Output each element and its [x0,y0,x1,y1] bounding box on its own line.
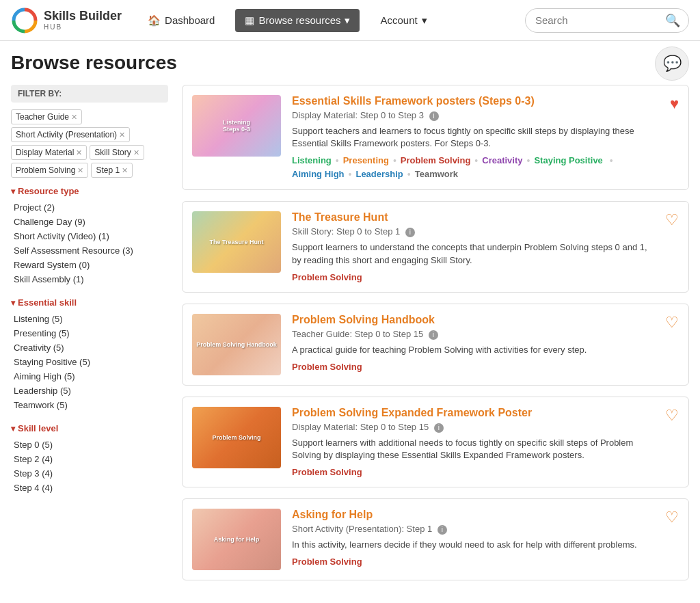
thumb-label: Problem Solving [209,431,263,444]
thumb-label: Problem Solving Handbook [193,338,280,351]
info-icon[interactable]: i [438,525,447,535]
resource-type-section-title[interactable]: Resource type [11,186,168,196]
main-content: ListeningSteps 0-3 Essential Skills Fram… [182,85,689,591]
card-description: Support learners with additional needs t… [292,437,654,461]
card-thumbnail: Asking for Help [192,509,281,570]
resource-card: The Treasure Hunt The Treasure Hunt Skil… [182,201,689,292]
card-body: The Treasure Hunt Skill Story: Step 0 to… [292,211,654,282]
card-meta: Display Material: Step 0 to Step 3 i [292,110,659,121]
card-description: Support learners to understand the conce… [292,241,654,266]
dashboard-nav-button[interactable]: 🏠 Dashboard [138,9,224,32]
grid-icon: ▦ [245,14,254,27]
card-body: Asking for Help Short Activity (Presenta… [292,509,654,567]
sidebar-section-essential-skill: Essential skill Listening (5) Presenting… [11,297,168,412]
favorite-button[interactable]: ♡ [665,211,679,229]
tag-problem-solving[interactable]: Problem Solving [292,272,362,282]
logo-text: Skills Builder HUB [44,10,122,31]
card-title[interactable]: Problem Solving Expanded Framework Poste… [292,407,654,419]
favorite-button[interactable]: ♡ [665,314,679,332]
card-title[interactable]: Asking for Help [292,509,654,521]
tag-aiming-high[interactable]: Aiming High [292,169,345,180]
card-thumbnail: Problem Solving Handbook [192,314,281,375]
sidebar-item-step4[interactable]: Step 4 (4) [11,481,168,495]
info-icon[interactable]: i [405,228,415,237]
card-description: In this activity, learners decide if the… [292,539,654,551]
remove-filter-display-material[interactable]: ✕ [76,148,82,157]
logo-icon [11,7,38,34]
sidebar-item-self-assessment[interactable]: Self Assessment Resource (3) [11,243,168,258]
favorite-button[interactable]: ♥ [670,95,679,113]
sidebar-item-presenting[interactable]: Presenting (5) [11,326,168,340]
search-input[interactable] [535,14,665,26]
chat-button[interactable]: 💬 [655,46,689,81]
tag-creativity[interactable]: Creativity [482,155,522,166]
header: Skills Builder HUB 🏠 Dashboard ▦ Browse … [0,0,700,41]
favorite-button[interactable]: ♡ [665,509,679,526]
remove-filter-problem-solving[interactable]: ✕ [77,166,83,175]
logo-title: Skills Builder [44,10,122,23]
tag-problem-solving[interactable]: Problem Solving [292,557,362,567]
card-meta: Short Activity (Presentation): Step 1 i [292,524,654,535]
favorite-button[interactable]: ♡ [665,407,679,425]
filter-tag: Short Activity (Presentation) ✕ [11,127,130,142]
card-title[interactable]: Problem Solving Handbook [292,314,654,326]
sidebar-item-staying-positive[interactable]: Staying Positive (5) [11,355,168,369]
search-button[interactable]: 🔍 [665,13,680,28]
sidebar-section-resource-type: Resource type Project (2) Challenge Day … [11,186,168,286]
tag-problem-solving[interactable]: Problem Solving [292,362,362,372]
sidebar-item-step2[interactable]: Step 2 (4) [11,452,168,466]
info-icon[interactable]: i [429,111,439,121]
page-container: FILTER BY: Teacher Guide ✕ Short Activit… [0,74,700,602]
sidebar-item-listening[interactable]: Listening (5) [11,312,168,326]
sidebar-item-reward-system[interactable]: Reward System (0) [11,258,168,272]
essential-skill-section-title[interactable]: Essential skill [11,297,168,308]
search-area[interactable]: 🔍 [525,8,689,33]
sidebar-item-aiming-high[interactable]: Aiming High (5) [11,369,168,384]
thumb-label: Asking for Help [211,533,262,546]
info-icon[interactable]: i [429,330,438,340]
remove-filter-short-activity[interactable]: ✕ [119,131,125,139]
house-icon: 🏠 [148,14,161,27]
resource-card: ListeningSteps 0-3 Essential Skills Fram… [182,85,689,190]
card-description: A practical guide for teaching Problem S… [292,344,654,356]
sidebar-item-leadership[interactable]: Leadership (5) [11,384,168,398]
tag-listening[interactable]: Listening [292,155,332,166]
sidebar-item-step0[interactable]: Step 0 (5) [11,438,168,452]
card-tags: Problem Solving [292,467,654,477]
card-thumbnail: Problem Solving [192,407,281,468]
sidebar-item-creativity[interactable]: Creativity (5) [11,340,168,355]
filter-tag: Teacher Guide ✕ [11,109,82,124]
tag-problem-solving[interactable]: Problem Solving [292,467,362,477]
sidebar-item-teamwork[interactable]: Teamwork (5) [11,398,168,412]
sidebar-item-project[interactable]: Project (2) [11,200,168,215]
tag-problem-solving[interactable]: Problem Solving [401,155,471,166]
tag-leadership[interactable]: Leadership [355,169,403,180]
skill-level-section-title[interactable]: Skill level [11,423,168,433]
card-tags: Listening • Presenting • Problem Solving… [292,155,659,180]
logo: Skills Builder HUB [11,7,122,34]
tag-presenting[interactable]: Presenting [343,155,389,166]
sidebar-item-step3[interactable]: Step 3 (4) [11,466,168,481]
logo-sub: HUB [44,23,122,31]
info-icon[interactable]: i [434,423,444,433]
filter-tag: Step 1 ✕ [91,163,133,178]
remove-filter-step1[interactable]: ✕ [122,166,128,175]
sidebar-item-skill-assembly[interactable]: Skill Assembly (1) [11,272,168,286]
tag-staying-positive[interactable]: Staying Positive [534,155,602,166]
account-nav-button[interactable]: Account ▾ [371,9,436,32]
remove-filter-teacher-guide[interactable]: ✕ [71,113,77,122]
thumb-label: The Treasure Hunt [206,236,266,248]
filter-tag: Skill Story ✕ [90,145,144,160]
tag-teamwork[interactable]: Teamwork [415,169,458,180]
chevron-down-icon: ▾ [422,14,427,27]
sidebar-item-short-activity-video[interactable]: Short Activity (Video) (1) [11,229,168,243]
card-tags: Problem Solving [292,272,654,282]
sidebar: FILTER BY: Teacher Guide ✕ Short Activit… [11,85,168,591]
remove-filter-skill-story[interactable]: ✕ [133,148,139,157]
resource-card: Problem Solving Problem Solving Expanded… [182,397,689,487]
sidebar-item-challenge-day[interactable]: Challenge Day (9) [11,215,168,229]
browse-resources-nav-button[interactable]: ▦ Browse resources ▾ [235,9,360,32]
card-title[interactable]: The Treasure Hunt [292,211,654,224]
chevron-down-icon: ▾ [345,14,350,27]
card-title[interactable]: Essential Skills Framework posters (Step… [292,95,659,107]
